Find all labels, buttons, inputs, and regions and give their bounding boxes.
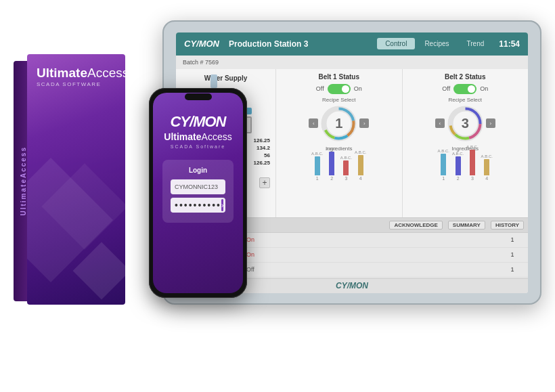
phone-username-input[interactable]: CYMONNIC123 xyxy=(175,183,221,190)
belt2-bar-4 xyxy=(484,159,489,175)
phone-logo-area: CY/MON UltimateAccess SCADA Software xyxy=(164,113,231,149)
belt1-ingredients-bars: A.B.C. 1 A.B.C. 2 A.B. xyxy=(280,154,398,181)
tablet-logo: CY/MON xyxy=(184,39,219,49)
batch-number: Batch # 7569 xyxy=(183,59,219,66)
alarm-summary-button[interactable]: SUMMARY xyxy=(448,221,485,230)
belt2-bar-1 xyxy=(441,154,446,175)
belt2-recipe-selector: ‹ 3 xyxy=(407,105,525,142)
belt1-recipe-selector: ‹ 1 xyxy=(280,105,398,142)
box-scada-label: SCADA SOFTWARE xyxy=(37,81,101,87)
box-logo-area: UltimateAccess SCADA SOFTWARE xyxy=(37,66,125,87)
phone-notch xyxy=(185,93,212,100)
belt2-recipe-label: Recipe Select xyxy=(407,97,525,103)
tablet-nav-tabs: Control Recipes Trend xyxy=(377,38,492,49)
belt1-state-off: Off xyxy=(316,85,324,92)
belt1-ingredients-label: Ingredients xyxy=(280,146,398,152)
belt2-panel: Belt 2 Status Off On Recipe Select ‹ xyxy=(403,69,529,217)
phone-screen: CY/MON UltimateAccess SCADA Software Log… xyxy=(153,93,243,293)
belt2-title: Belt 2 Status xyxy=(407,73,525,81)
tablet-title: Production Station 3 xyxy=(229,39,377,49)
box-spine-label: UltimateAccess xyxy=(20,146,27,215)
box-brand-light: Access xyxy=(87,66,125,80)
belt1-state-row: Off On xyxy=(280,84,398,94)
belt1-recipe-number: 1 xyxy=(335,116,342,131)
alarm-count-3: 1 xyxy=(502,266,523,273)
phone-outer: CY/MON UltimateAccess SCADA Software Log… xyxy=(149,88,247,298)
belt1-bar-3 xyxy=(343,160,349,175)
belt1-recipe-donut: 1 xyxy=(320,105,357,142)
box-brand-bold: Ultimate xyxy=(37,66,87,80)
tablet-time: 11:54 xyxy=(499,39,520,49)
belt1-state-on: On xyxy=(354,85,362,92)
belt1-bar-4 xyxy=(358,155,363,175)
product-box: UltimateAccess UltimateAccess SCADA SOFT… xyxy=(14,54,125,311)
belt1-recipe-label: Recipe Select xyxy=(280,97,398,103)
belt1-recipe-prev[interactable]: ‹ xyxy=(309,118,318,128)
phone-scada-label: SCADA Software xyxy=(171,144,225,149)
belt2-bar-2 xyxy=(456,156,461,175)
alarm-acknowledge-button[interactable]: ACKNOWLEDGE xyxy=(389,221,442,230)
belt2-state-row: Off On xyxy=(407,84,525,94)
alarm-count-2: 1 xyxy=(502,251,523,258)
phone-login-title: Login xyxy=(171,167,225,174)
phone-brand-bold: UltimateAccess xyxy=(164,131,231,142)
belt1-bar-2 xyxy=(329,152,334,175)
belt2-ingr-4: A.B.C. 4 xyxy=(481,154,493,181)
belt2-ingr-1: A.B.C. 1 xyxy=(438,149,449,181)
belt2-state-off: Off xyxy=(442,85,450,92)
belt1-ingr-2: A.B.C. 2 xyxy=(326,147,337,181)
belt1-recipe-next[interactable]: › xyxy=(359,118,369,128)
phone-submit-button[interactable]: › xyxy=(221,199,223,211)
box-decoration xyxy=(27,108,125,305)
belt1-bar-1 xyxy=(315,156,320,175)
belt1-panel: Belt 1 Status Off On Recipe Select ‹ xyxy=(276,69,403,217)
belt2-recipe-next[interactable]: › xyxy=(486,118,495,128)
belt2-ingr-2: A.B.C. 2 xyxy=(452,152,464,181)
belt-panels: Belt 1 Status Off On Recipe Select ‹ xyxy=(276,69,528,217)
phone-cymon-logo: CY/MON xyxy=(170,113,225,131)
belt2-state-on: On xyxy=(480,85,488,92)
speed-plus-button[interactable]: + xyxy=(259,177,270,188)
belt1-ingr-4: A.B.C. 4 xyxy=(355,150,366,181)
tab-trend[interactable]: Trend xyxy=(459,38,493,49)
phone: CY/MON UltimateAccess SCADA Software Log… xyxy=(149,88,247,298)
phone-username-row: CYMONNIC123 xyxy=(171,179,225,194)
phone-password-row: •••••••••• › xyxy=(171,198,225,213)
phone-password-input[interactable]: •••••••••• xyxy=(175,200,221,211)
belt2-ingr-3: A.B.C. 3 xyxy=(466,145,478,181)
box-front: UltimateAccess SCADA SOFTWARE xyxy=(27,54,125,305)
belt2-bar-3 xyxy=(470,150,475,175)
tablet-footer-brand: CY/MON xyxy=(336,281,368,290)
scene: UltimateAccess UltimateAccess SCADA SOFT… xyxy=(0,0,555,392)
alarm-desc-2: Alarm On xyxy=(229,251,502,258)
belt1-ingr-3: A.B.C. 3 xyxy=(340,156,352,181)
phone-login-box: Login CYMONNIC123 •••••••••• › xyxy=(162,160,234,223)
belt2-recipe-prev[interactable]: ‹ xyxy=(435,118,445,128)
alarm-history-button[interactable]: HISTORY xyxy=(491,221,524,230)
belt1-toggle[interactable] xyxy=(328,84,351,94)
tablet-header: CY/MON Production Station 3 Control Reci… xyxy=(176,32,528,56)
belt1-toggle-knob xyxy=(342,85,349,93)
belt2-ingredients-bars: A.B.C. 1 A.B.C. 2 A.B. xyxy=(407,154,525,181)
belt2-recipe-number: 3 xyxy=(462,116,469,131)
belt2-toggle[interactable] xyxy=(453,84,476,94)
alarm-desc-1: Alarm On xyxy=(229,236,502,243)
alarm-count-1: 1 xyxy=(502,236,523,243)
belt2-toggle-knob xyxy=(468,85,475,93)
tab-recipes[interactable]: Recipes xyxy=(416,38,457,49)
belt1-ingr-1: A.B.C. 1 xyxy=(311,152,323,181)
belt2-ingredients-label: Ingredients xyxy=(407,146,525,152)
belt2-recipe-donut: 3 xyxy=(447,105,484,142)
tablet-batch-bar: Batch # 7569 xyxy=(176,56,528,69)
alarm-desc-3: Alarm Off xyxy=(229,266,502,273)
tab-control[interactable]: Control xyxy=(377,38,415,49)
belt1-title: Belt 1 Status xyxy=(280,73,398,81)
